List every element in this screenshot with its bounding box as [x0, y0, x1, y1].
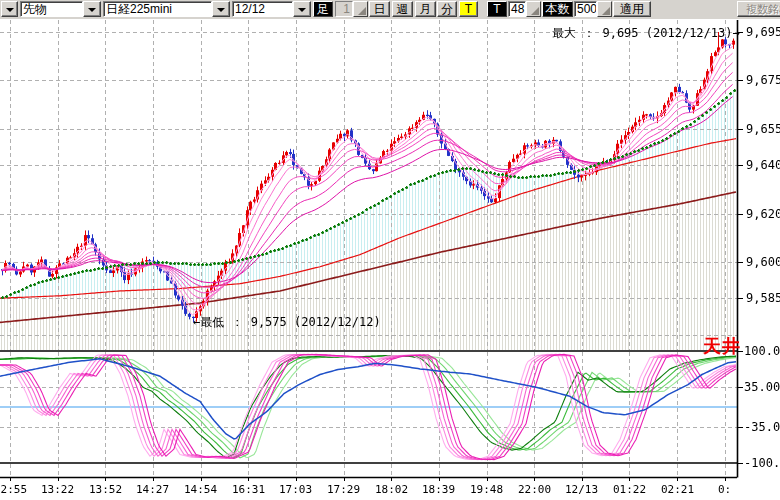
chevron-down-icon[interactable]	[293, 1, 311, 17]
oscillator-axis-label: -35.00	[744, 420, 780, 434]
chevron-down-icon	[6, 8, 14, 12]
price-axis-label: 9,655	[746, 122, 780, 136]
oscillator-axis-label: -100.00	[744, 456, 780, 470]
price-axis-label: 9,600	[746, 255, 780, 269]
time-axis-label: 12:55	[0, 483, 27, 496]
price-axis-label: 9,675	[746, 73, 780, 87]
oscillator-axis-label: 100.00	[744, 344, 780, 358]
apply-button[interactable]: 適用	[613, 1, 651, 17]
spinner-handle-icon[interactable]	[526, 1, 541, 17]
time-axis-label: 14:54	[184, 483, 217, 496]
time-axis-label: 14:27	[136, 483, 169, 496]
time-axis-label: 12/13	[565, 483, 598, 496]
instrument-select[interactable]: 日経225mini	[103, 1, 230, 17]
price-axis-label: 9,585	[746, 291, 780, 305]
chart-window: 先物 日経225mini 12/12 足 1 日 週 月 分 T T 48 本数…	[0, 0, 780, 500]
bars-label: 本数	[542, 1, 573, 17]
period-minute-button[interactable]: 分	[437, 1, 457, 17]
category-select[interactable]: 先物	[20, 1, 101, 17]
oscillator-axis-label: 35.00	[744, 380, 780, 394]
toolbar: 先物 日経225mini 12/12 足 1 日 週 月 分 T T 48 本数…	[0, 0, 780, 20]
session-low-annotation: ←最低 ： 9,575 (2012/12/12)	[193, 314, 381, 331]
date-select[interactable]: 12/12	[232, 1, 311, 17]
time-axis-label: 22:00	[518, 483, 551, 496]
bars-spinner[interactable]: 500	[574, 1, 612, 17]
ceiling-signal-label: 天井	[703, 334, 741, 358]
multi-symbol-button[interactable]: 複数銘柄	[737, 1, 780, 17]
tick-unit-label: T	[487, 1, 507, 17]
chevron-down-icon[interactable]	[212, 1, 230, 17]
price-axis-label: 9,620	[746, 207, 780, 221]
spinner-handle-icon[interactable]	[353, 1, 368, 17]
date-value: 12/12	[232, 1, 293, 17]
time-axis-label: 02:21	[661, 483, 694, 496]
spinner-handle-icon[interactable]	[597, 1, 612, 17]
price-axis-label: 9,695	[746, 25, 780, 39]
period-day-button[interactable]: 日	[369, 1, 390, 17]
session-high-annotation: 最大 ： 9,695 (2012/12/13)→	[552, 25, 740, 42]
bars-value: 500	[574, 1, 597, 17]
time-axis-label: 18:39	[422, 483, 455, 496]
tick-unit-spinner[interactable]: 48	[508, 1, 541, 17]
ashi-toggle-button[interactable]: 足	[313, 1, 333, 17]
chevron-down-icon[interactable]	[83, 1, 101, 17]
instrument-value: 日経225mini	[103, 1, 212, 17]
price-axis-label: 9,640	[746, 158, 780, 172]
period-tick-button[interactable]: T	[459, 1, 478, 17]
time-axis-label: 18:02	[375, 483, 408, 496]
interval-spinner[interactable]: 1	[335, 1, 368, 17]
tick-unit-value: 48	[508, 1, 526, 17]
period-week-button[interactable]: 週	[392, 1, 413, 17]
time-axis-label: 19:48	[470, 483, 503, 496]
toolbar-menu-button[interactable]	[1, 1, 18, 17]
time-axis-label: 0:	[718, 483, 731, 496]
category-value: 先物	[20, 1, 83, 17]
time-axis-label: 01:22	[613, 483, 646, 496]
time-axis-label: 17:29	[327, 483, 360, 496]
time-axis-label: 13:22	[41, 483, 74, 496]
time-axis-label: 16:31	[232, 483, 265, 496]
period-month-button[interactable]: 月	[415, 1, 436, 17]
interval-value: 1	[335, 1, 353, 17]
price-chart-canvas[interactable]	[0, 19, 780, 500]
time-axis-label: 13:52	[89, 483, 122, 496]
time-axis-label: 17:03	[279, 483, 312, 496]
